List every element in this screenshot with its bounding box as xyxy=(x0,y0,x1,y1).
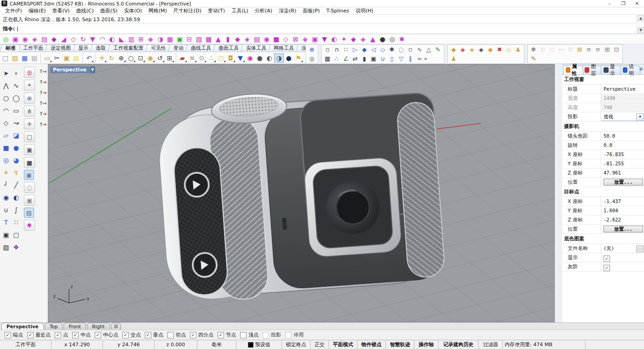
ts-grid-icon[interactable]: ⊞ xyxy=(136,35,146,44)
ts-gem3-icon[interactable]: ◆ xyxy=(300,35,310,44)
b2-points-icon[interactable]: ∴ xyxy=(332,54,341,63)
zoom-dynamic-icon[interactable]: ○ xyxy=(126,53,136,63)
ts-cage2-icon[interactable]: ▤ xyxy=(252,35,262,44)
paste-icon[interactable]: ▤ xyxy=(71,53,81,63)
osnap-checkbox-交点[interactable]: ✓ xyxy=(122,332,129,338)
ts-round-icon[interactable]: ◐ xyxy=(329,35,339,44)
point-icon[interactable]: ∘ xyxy=(11,67,21,79)
flow-icon[interactable]: ∫ xyxy=(11,204,21,216)
menu-item-工具(L)[interactable]: 工具(L) xyxy=(228,7,252,14)
b-small-icon[interactable]: ▫ xyxy=(406,45,415,54)
overlap-icon[interactable]: ▣ xyxy=(24,195,35,206)
render-delete-icon[interactable]: ✖ xyxy=(495,45,504,54)
ts-convert-icon[interactable]: ◆ xyxy=(49,35,59,44)
sphere-icon[interactable]: ● xyxy=(11,141,21,154)
property-value[interactable]: 748 xyxy=(601,103,644,112)
b2-par-icon[interactable]: ∥ xyxy=(406,54,415,63)
ts-curve-icon[interactable]: ◈ xyxy=(30,35,40,44)
blend-icon[interactable]: ∪ xyxy=(1,204,11,216)
uv-sphere-icon[interactable]: ✱ xyxy=(529,45,538,54)
ts-ball-icon[interactable]: ● xyxy=(378,35,387,44)
view-axis-1-icon[interactable]: ↑→ xyxy=(39,67,47,76)
menu-item-分析(A)[interactable]: 分析(A) xyxy=(252,7,276,14)
property-value[interactable]: 1499 xyxy=(601,94,644,103)
toolbar-tab-曲面工具[interactable]: 曲面工具 xyxy=(213,44,244,52)
ts-cage-icon[interactable]: ▤ xyxy=(40,35,49,44)
restore-button[interactable]: ❐ xyxy=(616,0,630,7)
ts-sphere2-icon[interactable]: ◎ xyxy=(387,35,397,44)
surface-icon[interactable]: ▱ xyxy=(1,129,11,141)
command-scrollbar[interactable]: ▲ ▼ xyxy=(637,15,644,34)
scroll-up-icon[interactable]: ▲ xyxy=(638,15,644,21)
status-物件锁点[interactable]: 物件锁点 xyxy=(357,340,386,349)
browse-button[interactable]: ... xyxy=(636,245,644,252)
render-stop-icon[interactable]: ◈ xyxy=(477,45,486,54)
pt-grid3-icon[interactable]: ⋯ xyxy=(557,45,566,54)
wire-sphere-dark-icon[interactable]: ◎ xyxy=(307,54,316,63)
b2-vee-icon[interactable]: ▽ xyxy=(397,54,406,63)
property-value[interactable]: 0.0 xyxy=(601,141,644,150)
viewport-tab-Top[interactable]: Top xyxy=(45,323,63,330)
mouse-right-icon[interactable]: ◑ xyxy=(274,53,284,63)
ts-cross-icon[interactable]: ⊠ xyxy=(291,35,300,44)
ungroup-icon[interactable]: ▢ xyxy=(11,228,21,241)
text-icon[interactable]: T xyxy=(1,216,11,228)
menu-item-渲染(R)[interactable]: 渲染(R) xyxy=(276,7,299,14)
zoom-in-icon[interactable]: ⊕ xyxy=(116,53,126,63)
ts-pin-icon[interactable]: ▲ xyxy=(213,35,223,44)
toolbar-tab-实体工具[interactable]: 实体工具 xyxy=(241,44,272,52)
osnap-checkbox-投影[interactable] xyxy=(263,332,269,338)
ts-down-icon[interactable]: ▼ xyxy=(320,35,329,44)
status-平面模式[interactable]: 平面模式 xyxy=(329,340,357,349)
property-value[interactable]: -2.622 xyxy=(601,215,644,224)
undo-icon[interactable]: ↶ xyxy=(84,53,94,63)
property-value[interactable]: -76.835 xyxy=(601,150,644,159)
ts-wedge-icon[interactable]: ◣ xyxy=(117,35,126,44)
panel-gear-icon[interactable]: ✱ xyxy=(639,66,643,72)
mouse-middle-icon[interactable]: ◐ xyxy=(264,53,274,63)
print-icon[interactable]: ▤ xyxy=(29,53,39,63)
status-过滤器[interactable]: 过滤器 xyxy=(479,340,503,349)
ts-panel-icon[interactable]: ▣ xyxy=(310,35,320,44)
hierarchy-icon[interactable]: ⋔ xyxy=(24,105,35,116)
osnap-checkbox-中心点[interactable]: ✓ xyxy=(95,332,101,338)
ts-gear-icon[interactable]: ✱ xyxy=(397,35,407,44)
viewport-tab-Front[interactable]: Front xyxy=(63,323,86,330)
minimize-button[interactable]: – xyxy=(603,0,616,7)
wire-box-icon[interactable]: ▢ xyxy=(24,131,35,142)
stop-icon[interactable]: ◎ xyxy=(24,67,35,78)
render-icon[interactable]: ▼ xyxy=(236,53,245,63)
checkbox-显示[interactable]: ✓ xyxy=(604,256,610,262)
zoom-window-icon[interactable]: ⊡ xyxy=(136,53,145,63)
pt-grid2-icon[interactable]: ∷ xyxy=(547,45,557,54)
patch-icon[interactable]: ◕ xyxy=(11,154,21,166)
toolbar-tab-设定视图[interactable]: 设定视图 xyxy=(45,44,76,52)
group-icon[interactable]: ▣ xyxy=(1,228,11,241)
new-file-icon[interactable]: ▢ xyxy=(0,53,10,63)
ts-gem-icon[interactable]: ◆ xyxy=(146,35,155,44)
osnap-最近点[interactable]: ✓最近点 xyxy=(27,332,51,338)
dropdown-arrow-icon[interactable]: ▼ xyxy=(636,113,644,121)
status-记录建构历史[interactable]: 记录建构历史 xyxy=(438,340,479,349)
osnap-切点[interactable]: 切点 xyxy=(167,332,186,338)
osnap-checkbox-最近点[interactable]: ✓ xyxy=(27,332,34,338)
surface-rebuild-icon[interactable]: ◪ xyxy=(11,129,21,141)
osnap-checkbox-节点[interactable]: ✓ xyxy=(218,332,224,338)
zoom-selected-icon[interactable]: ◉ xyxy=(145,53,155,63)
render-play-icon[interactable]: ◈ xyxy=(467,45,477,54)
ts-pipe-icon[interactable]: ▮ xyxy=(223,35,233,44)
place-button[interactable]: 放置... xyxy=(604,179,643,186)
menu-item-曲线(C)[interactable]: 曲线(C) xyxy=(73,7,97,14)
boolean-union-icon[interactable]: ◉ xyxy=(1,191,11,204)
b-dot-icon[interactable]: ◌ xyxy=(397,45,406,54)
osnap-顶点[interactable]: 顶点 xyxy=(240,332,259,338)
osnap-checkbox-停用[interactable] xyxy=(285,332,292,338)
globe-icon[interactable]: ⊕ xyxy=(24,93,35,104)
pt-grid4-icon[interactable]: ∷ xyxy=(566,45,575,54)
osnap-投影[interactable]: 投影 xyxy=(263,332,281,338)
b-mirror-icon[interactable]: ◁ xyxy=(369,45,378,54)
flash-icon[interactable]: ↯ xyxy=(11,166,21,179)
uv-v1-icon[interactable]: ⊞ xyxy=(603,45,612,54)
toolbar-tab-工作视窗配置[interactable]: 工作视窗配置 xyxy=(108,44,149,52)
b-play-icon[interactable]: ▷ xyxy=(351,45,360,54)
